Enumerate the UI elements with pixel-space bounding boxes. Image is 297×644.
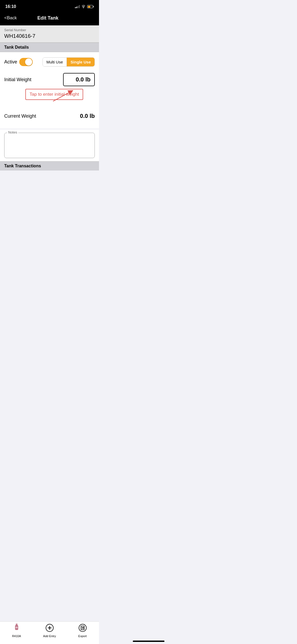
serial-number-value: WH140616-7	[4, 33, 95, 39]
use-type-segmented-control[interactable]: Multi Use Single Use	[43, 57, 95, 67]
toggle-knob	[25, 58, 32, 66]
page-title: Edit Tank	[37, 15, 59, 21]
tank-transactions-header: Tank Transactions	[0, 161, 99, 171]
tank-details-header: Tank Details	[0, 43, 99, 52]
current-weight-label: Current Weight	[4, 113, 36, 119]
active-toggle-container: Active	[4, 58, 33, 66]
current-weight-row: Current Weight 0.0 lb	[4, 113, 95, 119]
annotation-arrow-icon	[50, 89, 74, 103]
wifi-icon	[81, 5, 86, 8]
initial-weight-row: Initial Weight 0.0 lb	[4, 73, 95, 86]
notes-field-wrapper: Notes	[4, 133, 95, 158]
serial-number-label: Serial Number	[4, 28, 95, 32]
back-button[interactable]: <Back	[4, 15, 17, 21]
active-label: Active	[4, 59, 17, 65]
battery-icon	[87, 5, 94, 8]
signal-icon	[75, 5, 80, 8]
active-and-use-row: Active Multi Use Single Use	[4, 56, 95, 68]
notes-label: Notes	[7, 130, 18, 134]
nav-bar: <Back Edit Tank	[0, 12, 99, 25]
single-use-option[interactable]: Single Use	[67, 58, 95, 66]
annotation-area: Tap to enter initial weight	[4, 89, 95, 110]
initial-weight-input[interactable]: 0.0 lb	[63, 73, 95, 86]
serial-section: Serial Number WH140616-7	[0, 25, 99, 43]
notes-input[interactable]	[8, 136, 91, 154]
status-icons	[75, 5, 94, 8]
active-toggle[interactable]	[19, 58, 33, 66]
status-bar: 16:10	[0, 0, 99, 12]
tank-details-content: Active Multi Use Single Use Initial Weig…	[0, 52, 99, 128]
current-weight-value: 0.0 lb	[80, 113, 95, 119]
multi-use-option[interactable]: Multi Use	[43, 58, 67, 66]
svg-line-1	[53, 91, 71, 101]
initial-weight-label: Initial Weight	[4, 77, 31, 82]
transactions-content	[0, 171, 99, 250]
status-time: 16:10	[5, 4, 16, 9]
notes-section: Notes	[0, 130, 99, 161]
